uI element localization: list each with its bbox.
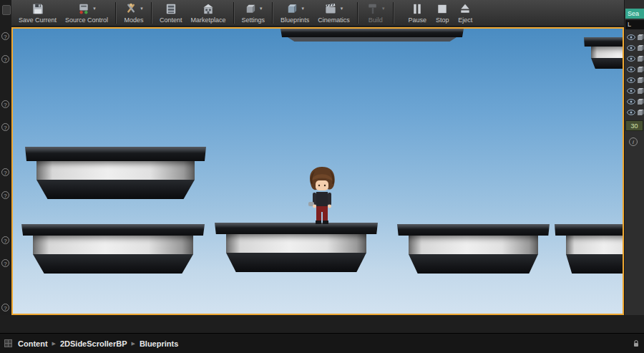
outliner-row[interactable]: [625, 32, 644, 42]
outliner-row[interactable]: [625, 96, 644, 107]
stop-icon: [435, 2, 449, 16]
character-vest: [316, 192, 328, 206]
modes-button[interactable]: Modes: [119, 0, 148, 24]
main-toolbar: Save Current Source Control Modes Conten…: [11, 0, 624, 26]
platform: [215, 223, 378, 272]
breadcrumb-content[interactable]: Content: [15, 339, 51, 348]
platform-slab: [25, 147, 206, 161]
actor-cube-icon: [637, 87, 644, 95]
outliner-label-header[interactable]: L: [625, 20, 644, 29]
eye-icon[interactable]: [627, 77, 635, 83]
lock-icon[interactable]: [633, 339, 640, 348]
player-character-sprite: [302, 165, 342, 229]
help-icon[interactable]: [1, 304, 9, 311]
save-current-button[interactable]: Save Current: [14, 0, 61, 24]
blueprints-label: Blueprints: [280, 16, 309, 24]
cinematics-label: Cinematics: [318, 16, 350, 24]
platform-band: [226, 234, 366, 253]
actor-cube-icon: [637, 44, 644, 52]
toolbar-separator: [151, 2, 152, 24]
toolbar-separator: [115, 2, 117, 24]
help-icon[interactable]: [1, 55, 9, 63]
eye-icon[interactable]: [627, 34, 635, 40]
eye-icon[interactable]: [627, 88, 635, 94]
game-viewport[interactable]: [11, 27, 624, 315]
source-control-button[interactable]: Source Control: [61, 0, 112, 24]
chevron-down-icon: [92, 6, 97, 11]
help-icon[interactable]: [1, 259, 9, 267]
source-control-label: Source Control: [65, 16, 108, 24]
help-icon[interactable]: [1, 191, 9, 199]
eject-button[interactable]: Eject: [454, 0, 477, 24]
chevron-down-icon: [140, 6, 144, 11]
platform-base: [36, 180, 195, 199]
outliner-row[interactable]: [625, 64, 644, 74]
platform-slab: [215, 223, 378, 234]
outliner-row[interactable]: [625, 53, 644, 64]
eject-label: Eject: [458, 16, 472, 24]
actor-cube-icon: [637, 34, 644, 41]
info-icon[interactable]: [629, 137, 638, 146]
breadcrumb-project-folder[interactable]: 2DSideScrollerBP: [57, 339, 130, 348]
platform-band: [409, 236, 538, 254]
platform: [25, 147, 206, 199]
character-eye: [318, 185, 320, 186]
eye-icon[interactable]: [627, 110, 635, 115]
platform-slab: [21, 224, 205, 236]
settings-icon: [243, 2, 258, 16]
outliner-row[interactable]: [625, 85, 644, 96]
platform: [555, 224, 624, 274]
eye-icon[interactable]: [627, 45, 635, 51]
eject-icon: [458, 2, 472, 16]
outliner-search-input[interactable]: Sea: [625, 9, 644, 19]
breadcrumb-blueprints-folder[interactable]: Blueprints: [137, 339, 181, 348]
modes-label: Modes: [125, 16, 144, 24]
settings-button[interactable]: Settings: [238, 0, 270, 24]
stop-label: Stop: [436, 16, 449, 24]
help-icon[interactable]: [1, 236, 9, 244]
eye-icon[interactable]: [627, 56, 635, 62]
blueprints-button[interactable]: Blueprints: [276, 0, 313, 24]
character-shoe: [316, 221, 321, 224]
platform-band: [36, 161, 195, 180]
save-current-label: Save Current: [19, 16, 57, 24]
content-button[interactable]: Content: [155, 0, 187, 24]
outliner-row[interactable]: [625, 74, 644, 85]
platform-slab: [280, 29, 464, 37]
pause-button[interactable]: Pause: [404, 0, 431, 24]
platform-slab: [397, 224, 550, 236]
detail-value-field[interactable]: 30: [625, 120, 643, 131]
right-panel: Sea L 30: [624, 0, 644, 333]
actor-cube-icon: [637, 109, 644, 116]
outliner-row[interactable]: [625, 42, 644, 53]
chevron-down-icon: [339, 6, 343, 11]
character-shoe: [323, 221, 328, 224]
character-pants: [316, 206, 328, 212]
help-icon[interactable]: [1, 123, 9, 131]
toolbar-separator: [272, 2, 273, 24]
marketplace-button[interactable]: Marketplace: [187, 0, 230, 24]
marketplace-label: Marketplace: [191, 16, 226, 24]
eye-icon[interactable]: [627, 67, 635, 72]
cinematics-button[interactable]: Cinematics: [313, 0, 354, 24]
eye-icon[interactable]: [627, 99, 635, 105]
sources-panel-icon[interactable]: [4, 339, 12, 347]
toolbar-separator: [357, 2, 358, 24]
actor-cube-icon: [637, 66, 644, 73]
platform-underside: [288, 37, 457, 42]
platform-slab: [584, 37, 624, 47]
breadcrumb-arrow-icon: [130, 341, 136, 347]
marketplace-icon: [201, 2, 215, 16]
player-character: [302, 165, 342, 232]
help-icon[interactable]: [1, 100, 9, 108]
help-icon[interactable]: [1, 168, 9, 176]
left-panel-strip: [0, 0, 11, 333]
content-browser-gap: [0, 315, 644, 333]
actor-cube-icon: [637, 98, 644, 105]
stop-button[interactable]: Stop: [431, 0, 454, 24]
collapsed-tab-icon[interactable]: [2, 5, 11, 15]
outliner-row[interactable]: [625, 107, 644, 117]
toolbar-separator: [393, 2, 394, 24]
platform: [397, 224, 550, 274]
help-icon[interactable]: [1, 32, 9, 40]
